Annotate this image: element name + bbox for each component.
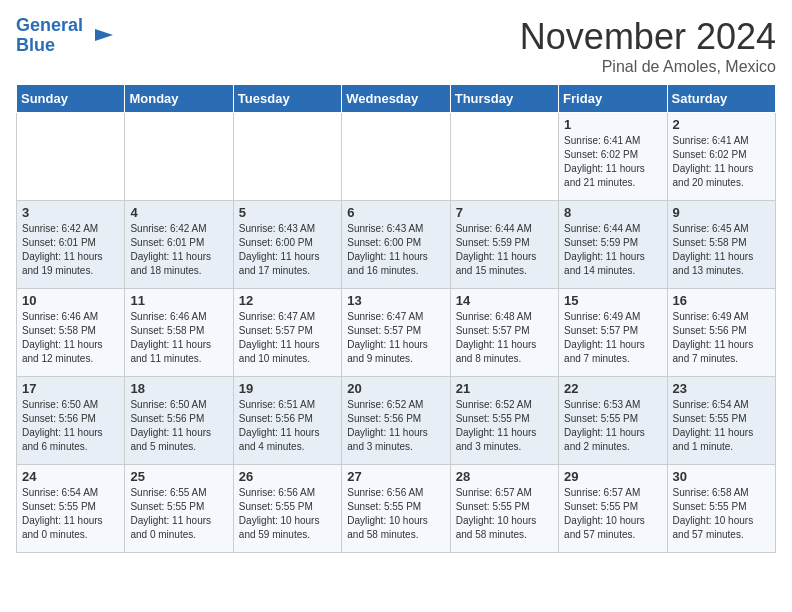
day-info: Sunrise: 6:44 AM Sunset: 5:59 PM Dayligh… [456, 222, 553, 278]
day-of-week-header: Saturday [667, 85, 775, 113]
day-number: 4 [130, 205, 227, 220]
calendar-cell: 27Sunrise: 6:56 AM Sunset: 5:55 PM Dayli… [342, 465, 450, 553]
day-info: Sunrise: 6:44 AM Sunset: 5:59 PM Dayligh… [564, 222, 661, 278]
day-number: 23 [673, 381, 770, 396]
day-info: Sunrise: 6:51 AM Sunset: 5:56 PM Dayligh… [239, 398, 336, 454]
logo: GeneralBlue [16, 16, 115, 56]
calendar-cell: 4Sunrise: 6:42 AM Sunset: 6:01 PM Daylig… [125, 201, 233, 289]
calendar-header-row: SundayMondayTuesdayWednesdayThursdayFrid… [17, 85, 776, 113]
calendar-week-row: 3Sunrise: 6:42 AM Sunset: 6:01 PM Daylig… [17, 201, 776, 289]
day-info: Sunrise: 6:46 AM Sunset: 5:58 PM Dayligh… [22, 310, 119, 366]
day-info: Sunrise: 6:56 AM Sunset: 5:55 PM Dayligh… [347, 486, 444, 542]
calendar-cell: 30Sunrise: 6:58 AM Sunset: 5:55 PM Dayli… [667, 465, 775, 553]
day-of-week-header: Wednesday [342, 85, 450, 113]
day-info: Sunrise: 6:43 AM Sunset: 6:00 PM Dayligh… [347, 222, 444, 278]
day-number: 16 [673, 293, 770, 308]
calendar-cell [450, 113, 558, 201]
day-number: 17 [22, 381, 119, 396]
calendar-cell: 1Sunrise: 6:41 AM Sunset: 6:02 PM Daylig… [559, 113, 667, 201]
day-info: Sunrise: 6:46 AM Sunset: 5:58 PM Dayligh… [130, 310, 227, 366]
day-number: 26 [239, 469, 336, 484]
day-of-week-header: Sunday [17, 85, 125, 113]
day-number: 21 [456, 381, 553, 396]
day-info: Sunrise: 6:52 AM Sunset: 5:56 PM Dayligh… [347, 398, 444, 454]
day-info: Sunrise: 6:56 AM Sunset: 5:55 PM Dayligh… [239, 486, 336, 542]
day-info: Sunrise: 6:49 AM Sunset: 5:56 PM Dayligh… [673, 310, 770, 366]
day-number: 7 [456, 205, 553, 220]
day-info: Sunrise: 6:50 AM Sunset: 5:56 PM Dayligh… [22, 398, 119, 454]
calendar-cell: 24Sunrise: 6:54 AM Sunset: 5:55 PM Dayli… [17, 465, 125, 553]
calendar-cell: 5Sunrise: 6:43 AM Sunset: 6:00 PM Daylig… [233, 201, 341, 289]
calendar-cell [125, 113, 233, 201]
location-subtitle: Pinal de Amoles, Mexico [520, 58, 776, 76]
calendar-cell: 7Sunrise: 6:44 AM Sunset: 5:59 PM Daylig… [450, 201, 558, 289]
day-info: Sunrise: 6:41 AM Sunset: 6:02 PM Dayligh… [673, 134, 770, 190]
calendar-body: 1Sunrise: 6:41 AM Sunset: 6:02 PM Daylig… [17, 113, 776, 553]
day-number: 6 [347, 205, 444, 220]
calendar-cell: 12Sunrise: 6:47 AM Sunset: 5:57 PM Dayli… [233, 289, 341, 377]
calendar-cell: 28Sunrise: 6:57 AM Sunset: 5:55 PM Dayli… [450, 465, 558, 553]
calendar-week-row: 1Sunrise: 6:41 AM Sunset: 6:02 PM Daylig… [17, 113, 776, 201]
day-info: Sunrise: 6:52 AM Sunset: 5:55 PM Dayligh… [456, 398, 553, 454]
day-info: Sunrise: 6:53 AM Sunset: 5:55 PM Dayligh… [564, 398, 661, 454]
calendar-cell: 9Sunrise: 6:45 AM Sunset: 5:58 PM Daylig… [667, 201, 775, 289]
logo-icon [85, 21, 115, 51]
day-info: Sunrise: 6:50 AM Sunset: 5:56 PM Dayligh… [130, 398, 227, 454]
day-of-week-header: Monday [125, 85, 233, 113]
logo-text: GeneralBlue [16, 16, 83, 56]
calendar-cell: 17Sunrise: 6:50 AM Sunset: 5:56 PM Dayli… [17, 377, 125, 465]
calendar-cell [17, 113, 125, 201]
calendar-cell: 11Sunrise: 6:46 AM Sunset: 5:58 PM Dayli… [125, 289, 233, 377]
day-info: Sunrise: 6:45 AM Sunset: 5:58 PM Dayligh… [673, 222, 770, 278]
calendar-cell: 23Sunrise: 6:54 AM Sunset: 5:55 PM Dayli… [667, 377, 775, 465]
day-number: 1 [564, 117, 661, 132]
calendar-cell: 2Sunrise: 6:41 AM Sunset: 6:02 PM Daylig… [667, 113, 775, 201]
title-block: November 2024 Pinal de Amoles, Mexico [520, 16, 776, 76]
calendar-cell [233, 113, 341, 201]
day-info: Sunrise: 6:47 AM Sunset: 5:57 PM Dayligh… [347, 310, 444, 366]
day-info: Sunrise: 6:43 AM Sunset: 6:00 PM Dayligh… [239, 222, 336, 278]
day-number: 22 [564, 381, 661, 396]
day-info: Sunrise: 6:57 AM Sunset: 5:55 PM Dayligh… [564, 486, 661, 542]
day-of-week-header: Thursday [450, 85, 558, 113]
calendar-cell: 10Sunrise: 6:46 AM Sunset: 5:58 PM Dayli… [17, 289, 125, 377]
calendar-cell: 25Sunrise: 6:55 AM Sunset: 5:55 PM Dayli… [125, 465, 233, 553]
calendar-cell: 14Sunrise: 6:48 AM Sunset: 5:57 PM Dayli… [450, 289, 558, 377]
page-header: GeneralBlue November 2024 Pinal de Amole… [16, 16, 776, 76]
day-number: 14 [456, 293, 553, 308]
calendar-week-row: 24Sunrise: 6:54 AM Sunset: 5:55 PM Dayli… [17, 465, 776, 553]
day-of-week-header: Tuesday [233, 85, 341, 113]
day-number: 9 [673, 205, 770, 220]
day-info: Sunrise: 6:41 AM Sunset: 6:02 PM Dayligh… [564, 134, 661, 190]
calendar-cell: 21Sunrise: 6:52 AM Sunset: 5:55 PM Dayli… [450, 377, 558, 465]
day-info: Sunrise: 6:58 AM Sunset: 5:55 PM Dayligh… [673, 486, 770, 542]
calendar-cell [342, 113, 450, 201]
day-number: 28 [456, 469, 553, 484]
day-info: Sunrise: 6:49 AM Sunset: 5:57 PM Dayligh… [564, 310, 661, 366]
day-number: 3 [22, 205, 119, 220]
day-number: 12 [239, 293, 336, 308]
day-info: Sunrise: 6:54 AM Sunset: 5:55 PM Dayligh… [22, 486, 119, 542]
day-number: 18 [130, 381, 227, 396]
calendar-table: SundayMondayTuesdayWednesdayThursdayFrid… [16, 84, 776, 553]
day-number: 13 [347, 293, 444, 308]
day-of-week-header: Friday [559, 85, 667, 113]
day-info: Sunrise: 6:42 AM Sunset: 6:01 PM Dayligh… [22, 222, 119, 278]
calendar-cell: 29Sunrise: 6:57 AM Sunset: 5:55 PM Dayli… [559, 465, 667, 553]
day-number: 29 [564, 469, 661, 484]
day-number: 30 [673, 469, 770, 484]
day-number: 27 [347, 469, 444, 484]
calendar-cell: 19Sunrise: 6:51 AM Sunset: 5:56 PM Dayli… [233, 377, 341, 465]
day-info: Sunrise: 6:47 AM Sunset: 5:57 PM Dayligh… [239, 310, 336, 366]
day-number: 20 [347, 381, 444, 396]
day-number: 5 [239, 205, 336, 220]
day-info: Sunrise: 6:48 AM Sunset: 5:57 PM Dayligh… [456, 310, 553, 366]
calendar-cell: 6Sunrise: 6:43 AM Sunset: 6:00 PM Daylig… [342, 201, 450, 289]
day-number: 25 [130, 469, 227, 484]
day-info: Sunrise: 6:54 AM Sunset: 5:55 PM Dayligh… [673, 398, 770, 454]
calendar-cell: 8Sunrise: 6:44 AM Sunset: 5:59 PM Daylig… [559, 201, 667, 289]
calendar-week-row: 10Sunrise: 6:46 AM Sunset: 5:58 PM Dayli… [17, 289, 776, 377]
svg-marker-0 [95, 29, 113, 41]
day-info: Sunrise: 6:42 AM Sunset: 6:01 PM Dayligh… [130, 222, 227, 278]
calendar-cell: 15Sunrise: 6:49 AM Sunset: 5:57 PM Dayli… [559, 289, 667, 377]
